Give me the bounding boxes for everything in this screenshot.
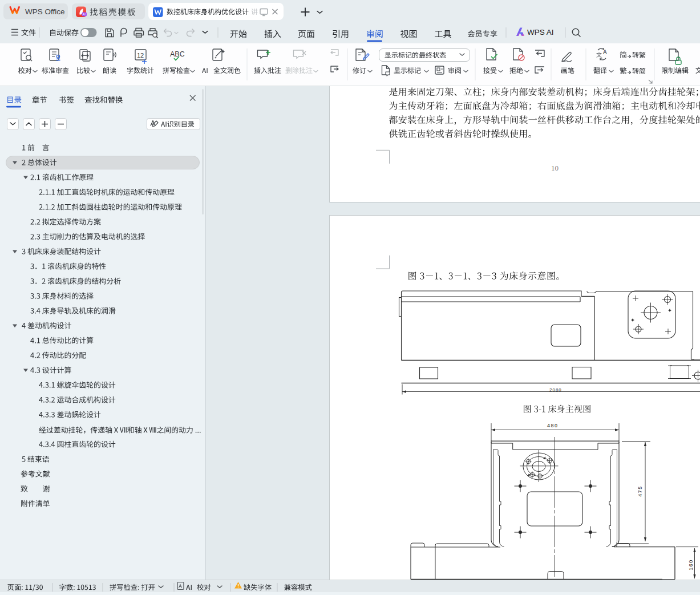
svg-text:12: 12 — [137, 52, 144, 59]
svg-text:AI: AI — [83, 13, 86, 16]
svg-text:ABC: ABC — [170, 50, 185, 58]
